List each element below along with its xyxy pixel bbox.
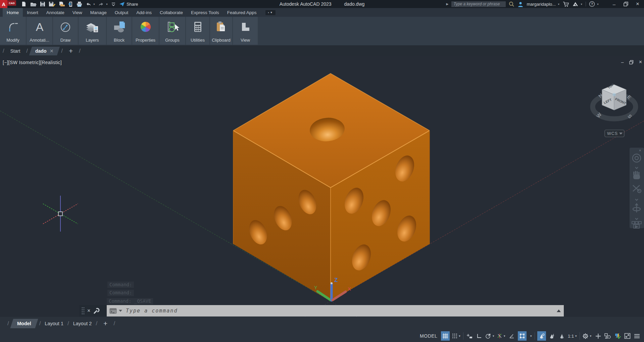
help-dropdown-icon[interactable]: ▼ (597, 3, 599, 5)
workspace-switching-button[interactable]: ▼ (582, 331, 592, 341)
command-dropdown-icon[interactable] (118, 309, 122, 312)
tab-layout2[interactable]: Layout 2 (72, 321, 93, 326)
navbar-close-icon[interactable]: × (639, 148, 641, 152)
undo-icon[interactable] (86, 1, 91, 7)
viewport-close-button[interactable]: × (639, 59, 642, 65)
autodesk-dropdown-icon[interactable]: ▼ (580, 3, 583, 5)
drawing-viewport[interactable]: Y Z X × (0, 56, 644, 317)
file-tab-dado[interactable]: dado ✕ (29, 47, 60, 55)
hamburger-menu-icon (634, 334, 640, 339)
tab-manage[interactable]: Manage (86, 8, 111, 17)
open-file-icon[interactable] (30, 1, 37, 7)
redo-dropdown-icon[interactable]: ▼ (106, 3, 108, 5)
mobile-upload-icon[interactable] (68, 1, 73, 7)
cart-icon[interactable] (563, 1, 569, 7)
graphics-performance-button[interactable] (614, 331, 621, 341)
customize-wrench-icon[interactable] (93, 307, 100, 314)
tab-output[interactable]: Output (111, 8, 133, 17)
panel-clipboard[interactable]: Clipboard (210, 17, 232, 45)
panel-modify[interactable]: Modify (0, 17, 26, 45)
viewport-restore-button[interactable] (629, 60, 634, 64)
autoscale-toggle[interactable] (548, 331, 556, 341)
ribbon-display-toggle[interactable]: ▪▼ (265, 10, 276, 15)
isometric-drafting-toggle[interactable]: ▼ (497, 331, 506, 341)
panel-block[interactable]: Block (107, 17, 132, 45)
app-menu-button[interactable]: A CAD (0, 0, 16, 8)
pan-hand-icon[interactable] (633, 171, 640, 179)
share-button[interactable]: Share (119, 2, 138, 7)
panel-utilities[interactable]: Utilities (186, 17, 209, 45)
panel-groups[interactable]: Groups (159, 17, 185, 45)
open-from-web-icon[interactable] (58, 1, 65, 7)
file-tab-start[interactable]: Start (7, 48, 24, 54)
tab-home[interactable]: Home (3, 8, 23, 17)
tab-collaborate[interactable]: Collaborate (156, 8, 187, 17)
new-drawing-button[interactable]: + (69, 47, 73, 55)
user-dropdown-icon[interactable]: ▼ (557, 3, 560, 5)
panel-properties[interactable]: Properties (132, 17, 159, 45)
autodesk-logo-icon[interactable] (572, 1, 579, 7)
command-history-up-icon[interactable] (556, 309, 561, 312)
scale-selector[interactable]: 1:1 ▼ (568, 331, 577, 341)
undo-dropdown-icon[interactable]: ▼ (93, 3, 95, 5)
qat-customize-icon[interactable] (111, 2, 116, 6)
annotation-visibility-icon (539, 333, 545, 339)
clipboard-icon (214, 17, 228, 37)
command-line-bar[interactable] (107, 305, 564, 316)
command-palette-grip[interactable]: × (79, 305, 107, 316)
minimize-button[interactable]: – (610, 1, 618, 7)
search-expand-icon[interactable]: ▶ (446, 2, 449, 6)
grip-dots-icon[interactable] (81, 307, 85, 315)
wcs-dropdown[interactable]: WCS (605, 130, 624, 137)
annotation-scale-button[interactable] (558, 331, 565, 341)
tab-express-tools[interactable]: Express Tools (187, 8, 223, 17)
help-icon[interactable]: ? (589, 1, 595, 7)
viewport-controls-label[interactable]: [−][SW Isometric][Realistic] (3, 60, 62, 65)
annotation-visibility-toggle[interactable] (537, 331, 546, 341)
customization-menu-button[interactable] (633, 331, 641, 341)
search-icon[interactable] (509, 1, 514, 7)
object-snap-tracking-toggle[interactable] (508, 331, 515, 341)
panel-layers[interactable]: Layers (79, 17, 106, 45)
model-space-button[interactable]: MODEL (420, 333, 437, 339)
clean-screen-button[interactable] (624, 331, 631, 341)
viewcube[interactable]: N E W S TOP LEFT FRONT WCS (593, 83, 636, 137)
restore-button[interactable] (622, 2, 630, 6)
snap-mode-toggle[interactable]: ▼ (452, 331, 461, 341)
search-input[interactable] (451, 1, 506, 7)
polar-tracking-toggle[interactable]: ▼ (485, 331, 495, 341)
user-avatar-icon[interactable] (517, 1, 524, 7)
panel-view[interactable]: View (233, 17, 258, 45)
object-snap-toggle[interactable] (518, 331, 527, 341)
isolate-objects-button[interactable] (604, 331, 611, 341)
command-input[interactable] (125, 307, 556, 314)
panel-annotation[interactable]: A Annotati... (27, 17, 52, 45)
plot-icon[interactable] (76, 1, 83, 7)
annotation-monitor-button[interactable] (594, 331, 602, 341)
file-tab-close-icon[interactable]: ✕ (50, 48, 54, 54)
tab-view[interactable]: View (68, 8, 86, 17)
user-name[interactable]: margaridaplo... (527, 2, 556, 7)
viewport-minimize-button[interactable]: – (621, 59, 624, 65)
panel-draw[interactable]: Draw (53, 17, 78, 45)
object-snap-dropdown-icon[interactable]: ▼ (530, 335, 532, 338)
redo-icon[interactable] (98, 1, 104, 7)
close-button[interactable]: × (633, 1, 642, 7)
dynamic-input-toggle[interactable] (466, 331, 473, 341)
tab-annotate[interactable]: Annotate (42, 8, 68, 17)
ortho-mode-toggle[interactable] (476, 331, 483, 341)
tab-model[interactable]: Model (10, 319, 38, 328)
new-layout-button[interactable]: + (103, 320, 107, 328)
scale-value: 1:1 (568, 334, 574, 339)
command-prompt-icon[interactable] (109, 308, 117, 314)
tab-layout1[interactable]: Layout 1 (43, 321, 65, 326)
new-file-icon[interactable] (21, 1, 27, 7)
save-icon[interactable] (40, 1, 46, 7)
dice-3d-solid[interactable] (233, 74, 430, 301)
tab-insert[interactable]: Insert (23, 8, 42, 17)
save-as-icon[interactable] (49, 1, 55, 7)
grid-display-toggle[interactable] (441, 331, 450, 341)
command-close-icon[interactable]: × (87, 308, 90, 314)
tab-featured-apps[interactable]: Featured Apps (223, 8, 261, 17)
tab-add-ins[interactable]: Add-ins (132, 8, 156, 17)
